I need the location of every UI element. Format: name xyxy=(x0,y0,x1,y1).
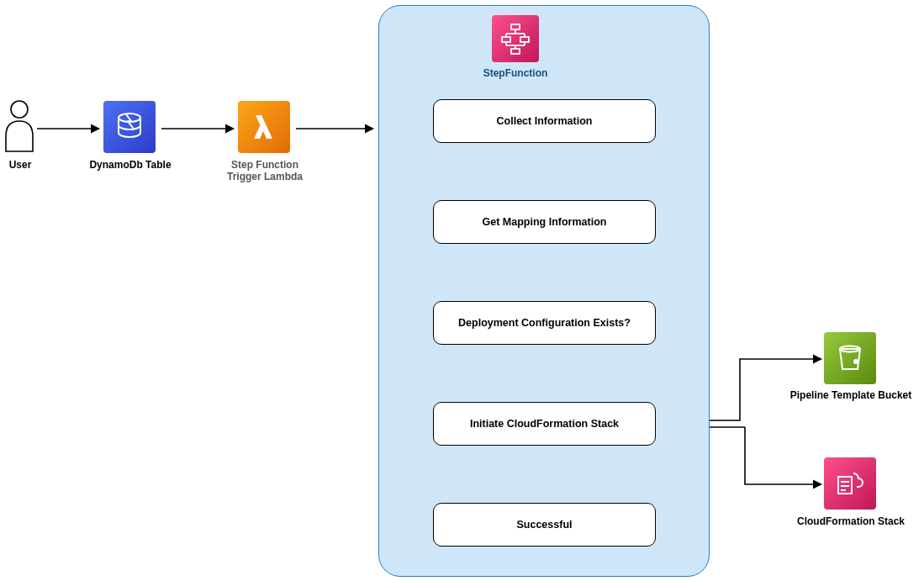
stepfunction-header-label: StepFunction xyxy=(454,67,577,79)
state-deploy-config: Deployment Configuration Exists? xyxy=(433,301,656,345)
state-collect-information: Collect Information xyxy=(433,99,656,143)
state-label: Collect Information xyxy=(497,115,593,127)
stepfunction-container xyxy=(378,5,710,577)
cloudformation-icon xyxy=(824,457,876,510)
s3-bucket-label: Pipeline Template Bucket xyxy=(782,389,920,401)
diagram-canvas: User DynamoDb Table Step Function Trigge… xyxy=(0,0,924,581)
state-successful: Successful xyxy=(433,503,656,547)
dynamodb-icon xyxy=(103,101,156,153)
state-label: Get Mapping Information xyxy=(483,216,607,228)
svg-point-7 xyxy=(11,101,28,118)
svg-point-22 xyxy=(853,359,858,364)
cloudformation-label: CloudFormation Stack xyxy=(782,515,920,527)
lambda-label-1: Step Function xyxy=(217,159,313,171)
user-label: User xyxy=(0,159,40,171)
user-icon xyxy=(3,99,35,153)
dynamodb-label: DynamoDb Table xyxy=(82,159,178,171)
svg-rect-15 xyxy=(520,37,529,42)
stepfunction-icon xyxy=(492,15,539,62)
lambda-label-2: Trigger Lambda xyxy=(217,171,313,182)
lambda-icon xyxy=(238,101,290,153)
state-initiate-cfn: Initiate CloudFormation Stack xyxy=(433,402,656,446)
state-get-mapping: Get Mapping Information xyxy=(433,200,656,244)
state-label: Initiate CloudFormation Stack xyxy=(470,418,619,430)
state-label: Successful xyxy=(516,519,572,531)
s3-bucket-icon xyxy=(824,332,876,384)
svg-rect-14 xyxy=(502,37,510,42)
svg-rect-20 xyxy=(511,49,520,54)
state-label: Deployment Configuration Exists? xyxy=(458,317,631,329)
svg-rect-9 xyxy=(511,24,520,29)
